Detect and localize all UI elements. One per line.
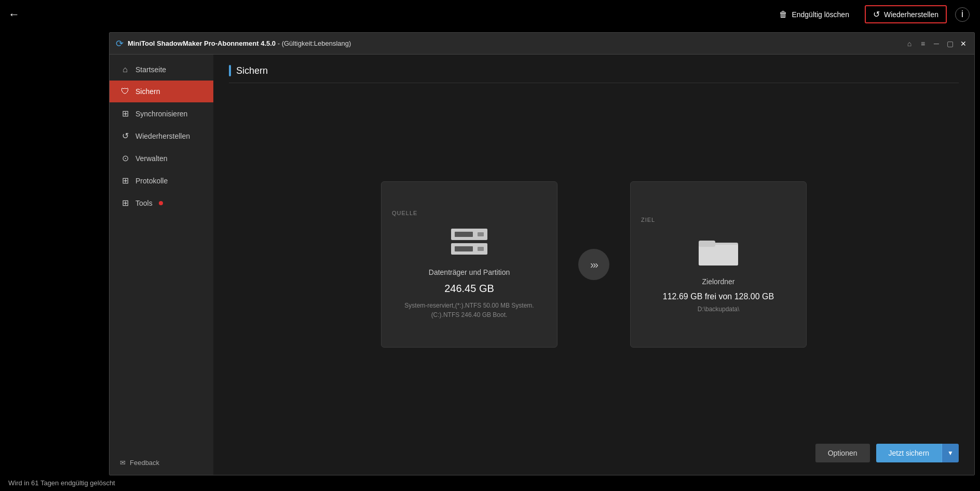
target-card-free: 112.69 GB frei von 128.00 GB (663, 292, 774, 301)
sidebar-label-verwalten: Verwalten (135, 154, 167, 163)
options-button[interactable]: Optionen (815, 444, 870, 462)
page-title-bar: Sichern (229, 65, 959, 83)
sidebar-label-sichern: Sichern (135, 87, 160, 96)
sidebar-label-protokolle: Protokolle (135, 177, 168, 185)
window-body: ⌂ Startseite 🛡 Sichern ⊞ Synchronisieren… (110, 55, 974, 475)
top-bar: ← 🗑 Endgültig löschen ↺ Wiederherstellen… (0, 0, 980, 29)
window-titlebar: ⟳ MiniTool ShadowMaker Pro-Abonnement 4.… (110, 33, 974, 55)
restore-icon: ↺ (873, 9, 880, 19)
target-card-title: Zielordner (702, 277, 734, 286)
window-close-btn[interactable]: ✕ (959, 39, 968, 48)
svg-rect-4 (455, 246, 473, 251)
target-card[interactable]: ZIEL Zielordner 112.69 GB frei von 128.0… (630, 181, 807, 348)
feedback-link[interactable]: ✉ Feedback (120, 459, 203, 467)
sichern-icon: 🛡 (120, 87, 130, 96)
delete-button[interactable]: 🗑 Endgültig löschen (772, 7, 856, 22)
home-icon: ⌂ (120, 65, 130, 74)
source-card-label: QUELLE (392, 210, 417, 216)
sidebar: ⌂ Startseite 🛡 Sichern ⊞ Synchronisieren… (110, 55, 213, 475)
source-card-title: Datenträger und Partition (429, 268, 510, 276)
target-card-path: D:\backupdata\ (698, 306, 740, 313)
source-card-desc: System-reserviert,(*:).NTFS 50.00 MB Sys… (404, 301, 534, 320)
verwalten-icon: ⊙ (120, 153, 130, 163)
window-maximize-btn[interactable]: ▢ (945, 39, 955, 48)
info-icon: i (961, 9, 963, 20)
app-name: MiniTool ShadowMaker Pro-Abonnement 4.5.… (128, 39, 276, 47)
restore-label: Wiederherstellen (884, 10, 938, 19)
sync-icon: ⊞ (120, 109, 130, 118)
back-button[interactable]: ← (8, 8, 20, 21)
svg-rect-8 (699, 241, 715, 247)
sidebar-item-verwalten[interactable]: ⊙ Verwalten (110, 147, 213, 169)
sidebar-item-startseite[interactable]: ⌂ Startseite (110, 59, 213, 81)
back-icon: ← (8, 8, 20, 21)
delete-icon: 🗑 (779, 10, 787, 19)
source-card[interactable]: QUELLE Datenträger und Partition (381, 181, 557, 348)
source-card-size: 246.45 GB (444, 283, 494, 295)
main-content: Sichern QUELLE (213, 55, 974, 475)
svg-rect-1 (455, 232, 473, 237)
svg-rect-2 (478, 232, 484, 236)
arrow-icon: ››› (590, 259, 597, 271)
action-bar: Optionen Jetzt sichern ▼ (229, 435, 959, 465)
sidebar-item-synchronisieren[interactable]: ⊞ Synchronisieren (110, 102, 213, 125)
feedback-icon: ✉ (120, 459, 126, 467)
backup-dropdown-button[interactable]: ▼ (942, 444, 959, 462)
page-title: Sichern (236, 65, 268, 76)
title-accent (229, 65, 231, 76)
svg-rect-5 (478, 247, 484, 251)
info-button[interactable]: i (955, 7, 970, 22)
sidebar-item-protokolle[interactable]: ⊞ Protokolle (110, 169, 213, 192)
wiederherstellen-icon: ↺ (120, 131, 130, 141)
sidebar-label-tools: Tools (135, 199, 153, 207)
feedback-label: Feedback (130, 459, 159, 467)
sidebar-label-wiederherstellen: Wiederherstellen (135, 132, 190, 140)
app-window: ⟳ MiniTool ShadowMaker Pro-Abonnement 4.… (109, 32, 975, 475)
backup-area: QUELLE Datenträger und Partition (229, 94, 959, 435)
backup-now-button[interactable]: Jetzt sichern (876, 444, 942, 462)
target-card-icon-area (698, 233, 739, 267)
delete-label: Endgültig löschen (792, 10, 849, 19)
arrow-area: ››› (578, 249, 609, 280)
arrow-circle: ››› (578, 249, 609, 280)
folder-icon (698, 233, 739, 267)
sidebar-item-tools[interactable]: ⊞ Tools (110, 192, 213, 214)
window-home-btn[interactable]: ⌂ (905, 39, 914, 48)
sidebar-item-wiederherstellen[interactable]: ↺ Wiederherstellen (110, 125, 213, 147)
window-controls: ⌂ ≡ ─ ▢ ✕ (905, 39, 968, 48)
sidebar-bottom: ✉ Feedback (110, 450, 213, 475)
window-menu-btn[interactable]: ≡ (918, 39, 928, 48)
window-title: MiniTool ShadowMaker Pro-Abonnement 4.5.… (128, 39, 905, 47)
svg-rect-7 (699, 245, 738, 266)
sidebar-label-startseite: Startseite (135, 65, 166, 74)
bottom-status-bar: Wird in 61 Tagen endgültig gelöscht (0, 479, 124, 487)
backup-button-group: Jetzt sichern ▼ (876, 444, 959, 462)
sidebar-item-sichern[interactable]: 🛡 Sichern (110, 81, 213, 102)
target-card-label: ZIEL (641, 217, 655, 223)
status-message: Wird in 61 Tagen endgültig gelöscht (8, 479, 115, 487)
app-logo-icon: ⟳ (116, 38, 124, 49)
source-card-icon-area (448, 227, 490, 258)
drive-icon (448, 227, 490, 258)
sidebar-label-synchronisieren: Synchronisieren (135, 110, 187, 118)
protokolle-icon: ⊞ (120, 176, 130, 185)
tools-icon: ⊞ (120, 198, 130, 208)
restore-button[interactable]: ↺ Wiederherstellen (865, 5, 947, 23)
tools-notification-dot (159, 201, 163, 205)
app-title-suffix: - (Gültigkeit:Lebenslang) (278, 39, 351, 47)
window-minimize-btn[interactable]: ─ (932, 39, 941, 48)
